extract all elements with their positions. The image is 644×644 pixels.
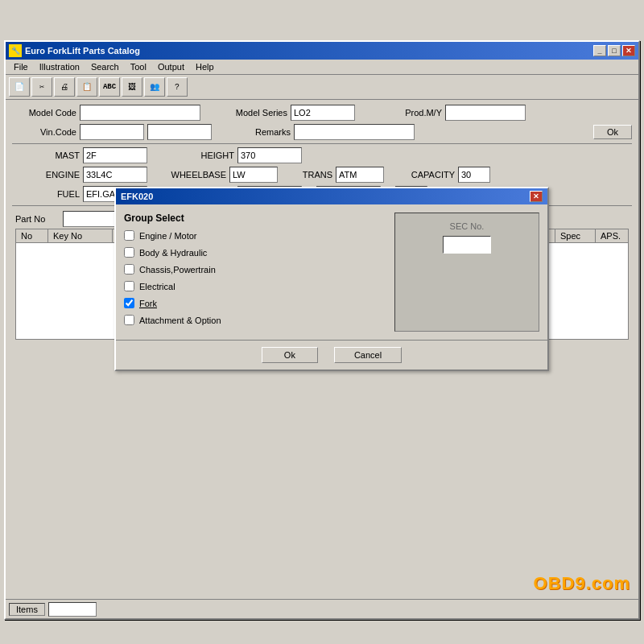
checkbox-body: Body & Hydraulic (124, 247, 386, 258)
menu-help[interactable]: Help (191, 61, 219, 72)
model-code-input[interactable] (80, 105, 200, 121)
minimize-button[interactable]: _ (593, 45, 606, 56)
wheelbase-label: WHEELBASE (162, 170, 226, 180)
prod-my-input[interactable] (445, 105, 526, 121)
row-model: Model Code Model Series Prod.M/Y (12, 105, 632, 121)
group-select-label: Group Select (124, 213, 386, 224)
menu-search[interactable]: Search (86, 61, 124, 72)
checkbox-attachment-option[interactable] (124, 315, 134, 325)
title-bar-left: 🔧 Euro ForkLift Parts Catalog (9, 44, 140, 57)
dialog-efk020: EFK020 ✕ Group Select Engine / Motor Bod… (114, 187, 549, 371)
main-window: 🔧 Euro ForkLift Parts Catalog _ □ ✕ File… (4, 40, 640, 620)
toolbar-btn-photo[interactable]: 🖼 (122, 77, 142, 97)
checkbox-chassis: Chassis,Powertrain (124, 264, 386, 275)
toolbar-btn-print[interactable]: 🖨 (54, 77, 75, 97)
vin-code-input1[interactable] (80, 124, 144, 140)
checkbox-attachment-option-label: Attachment & Option (139, 316, 221, 325)
checkbox-electrical-label: Electrical (139, 282, 175, 291)
vin-code-input2[interactable] (147, 124, 212, 140)
title-bar: 🔧 Euro ForkLift Parts Catalog _ □ ✕ (6, 42, 638, 60)
toolbar: 📄 ✂ 🖨 📋 ABC 🖼 👥 ? (6, 75, 638, 100)
obd-watermark: OBD9.com (534, 573, 630, 594)
engine-label: ENGINE (31, 170, 80, 180)
model-code-label: Model Code (12, 108, 76, 118)
toolbar-btn-abc[interactable]: ABC (99, 77, 120, 97)
checkbox-fork-label: Fork (139, 299, 157, 308)
capacity-label: CAPACITY (398, 170, 455, 180)
fuel-label: FUEL (31, 189, 80, 199)
part-no-label: Part No (15, 214, 60, 224)
dialog-ok-button[interactable]: Ok (262, 347, 318, 363)
checkbox-fork-input[interactable] (124, 298, 134, 308)
dialog-title-bar: EFK020 ✕ (116, 188, 547, 204)
checkbox-engine: Engine / Motor (124, 230, 386, 241)
status-bar: Items (6, 599, 638, 618)
menu-output[interactable]: Output (153, 61, 189, 72)
mast-label: MAST (31, 151, 80, 160)
checkbox-body-hydraulic-label: Body & Hydraulic (139, 248, 207, 258)
menu-file[interactable]: File (9, 61, 33, 72)
ok-button[interactable]: Ok (593, 125, 632, 139)
status-items-value[interactable] (48, 602, 97, 617)
model-series-input[interactable] (291, 105, 355, 121)
col-key-no: Key No (48, 229, 113, 242)
toolbar-btn-help[interactable]: ? (167, 77, 188, 97)
col-spec: Spec (555, 229, 596, 242)
checkbox-attachment: Attachment & Option (124, 315, 386, 325)
dialog-right-panel: SEC No. (394, 213, 539, 332)
toolbar-btn-clipboard[interactable]: 📋 (76, 77, 97, 97)
dialog-left-panel: Group Select Engine / Motor Body & Hydra… (124, 213, 386, 332)
height-label: HEIGHT (178, 151, 234, 160)
window-title: Euro ForkLift Parts Catalog (25, 46, 140, 56)
title-controls: _ □ ✕ (593, 45, 635, 56)
engine-input[interactable] (83, 167, 147, 183)
trans-input[interactable] (336, 167, 384, 183)
checkbox-body-hydraulic[interactable] (124, 247, 134, 258)
sec-no-label: SEC No. (450, 221, 485, 231)
capacity-input[interactable] (458, 167, 490, 183)
menu-illustration[interactable]: Illustration (35, 61, 85, 72)
maximize-button[interactable]: □ (608, 45, 621, 56)
menu-bar: File Illustration Search Tool Output Hel… (6, 60, 638, 75)
mast-input[interactable] (83, 147, 147, 163)
checkbox-electrical-input[interactable] (124, 281, 134, 291)
checkbox-chassis-powertrain-label: Chassis,Powertrain (139, 265, 216, 275)
remarks-input[interactable] (294, 124, 415, 140)
checkbox-engine-motor[interactable] (124, 230, 134, 241)
toolbar-btn-new[interactable]: 📄 (9, 77, 30, 97)
dialog-title-text: EFK020 (121, 192, 153, 201)
checkbox-engine-motor-label: Engine / Motor (139, 231, 197, 241)
close-button[interactable]: ✕ (622, 45, 635, 56)
wheelbase-input[interactable] (229, 167, 278, 183)
checkbox-fork: Fork (124, 298, 386, 308)
remarks-label: Remarks (226, 127, 291, 137)
dialog-cancel-button[interactable]: Cancel (334, 347, 402, 363)
status-items: Items (9, 603, 45, 616)
checkbox-chassis-powertrain[interactable] (124, 264, 134, 275)
row-mast: MAST HEIGHT (12, 147, 632, 163)
toolbar-btn-users[interactable]: 👥 (144, 77, 165, 97)
dialog-body: Group Select Engine / Motor Body & Hydra… (116, 204, 547, 340)
model-series-label: Model Series (223, 108, 287, 118)
row-engine: ENGINE WHEELBASE TRANS CAPACITY (12, 167, 632, 183)
app-icon: 🔧 (9, 44, 22, 57)
height-input[interactable] (237, 147, 302, 163)
trans-label: TRANS (292, 170, 332, 180)
prod-my-label: Prod.M/Y (378, 108, 442, 118)
menu-tool[interactable]: Tool (126, 61, 151, 72)
dialog-footer: Ok Cancel (116, 340, 547, 369)
vin-code-label: Vin.Code (12, 127, 76, 137)
checkbox-electrical: Electrical (124, 281, 386, 291)
dialog-close-button[interactable]: ✕ (530, 191, 543, 202)
col-no: No (16, 229, 48, 242)
toolbar-btn-cut[interactable]: ✂ (31, 77, 52, 97)
row-vin: Vin.Code Remarks Ok (12, 124, 632, 140)
sec-no-input[interactable] (443, 236, 491, 254)
col-aps: APS. (596, 229, 628, 242)
